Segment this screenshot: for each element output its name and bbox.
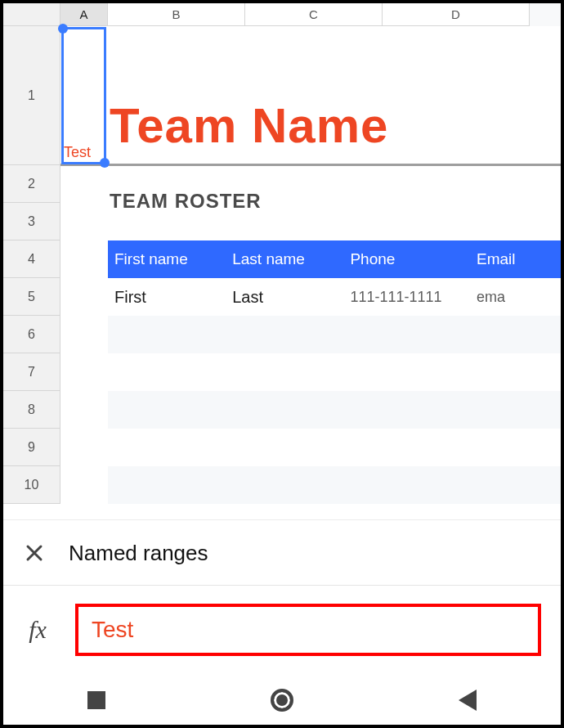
row-9: 9: [3, 429, 561, 466]
col-header-d[interactable]: D: [383, 3, 530, 26]
selected-cell-value: Test: [64, 144, 91, 161]
name-input-row: fx: [3, 599, 561, 661]
panel-title: Named ranges: [69, 541, 208, 566]
table-header-row: First name Last name Phone Email: [108, 240, 561, 278]
row-3: 3: [3, 203, 561, 240]
col-phone: Phone: [350, 250, 477, 268]
cell-first[interactable]: First: [114, 288, 232, 307]
range-name-input[interactable]: [75, 604, 541, 656]
fx-icon: fx: [23, 616, 52, 644]
cell-last[interactable]: Last: [232, 288, 350, 307]
row-header[interactable]: 9: [3, 429, 60, 466]
cell-email[interactable]: ema: [477, 289, 561, 306]
col-email: Email: [477, 250, 561, 268]
row-header[interactable]: 2: [3, 165, 60, 203]
panel-header: Named ranges: [3, 521, 561, 585]
square-icon: [87, 691, 105, 709]
sheet-title: Team Name: [110, 97, 388, 154]
row-header[interactable]: 1: [3, 26, 60, 165]
divider: [3, 585, 561, 586]
table-row[interactable]: [108, 466, 561, 504]
nav-recent-button[interactable]: [64, 691, 129, 709]
row-header[interactable]: 5: [3, 278, 60, 316]
nav-home-button[interactable]: [249, 689, 315, 712]
table-row[interactable]: First Last 111-111-1111 ema: [108, 278, 561, 316]
col-header-b[interactable]: B: [108, 3, 245, 26]
col-last-name: Last name: [232, 250, 350, 268]
circle-icon: [271, 689, 293, 712]
row-header[interactable]: 7: [3, 353, 60, 391]
row-header[interactable]: 4: [3, 240, 60, 278]
named-ranges-panel: Named ranges fx: [3, 520, 561, 676]
row-header[interactable]: 3: [3, 203, 60, 240]
spreadsheet-grid[interactable]: A B C D 1 2 3 4 5 6 7 8 9 10 Team Name T…: [3, 3, 561, 519]
select-all-corner[interactable]: [3, 3, 60, 26]
row-header[interactable]: 10: [3, 466, 60, 504]
section-heading: TEAM ROSTER: [110, 190, 262, 213]
row-7: 7: [3, 353, 561, 391]
triangle-left-icon: [459, 690, 477, 711]
close-icon[interactable]: [23, 543, 46, 563]
col-header-a[interactable]: A: [60, 3, 108, 26]
col-header-c[interactable]: C: [245, 3, 383, 26]
row-2: 2: [3, 165, 561, 203]
cell-phone[interactable]: 111-111-1111: [350, 289, 477, 306]
table-row[interactable]: [108, 391, 561, 429]
table-row[interactable]: [108, 316, 561, 353]
row-header[interactable]: 8: [3, 391, 60, 429]
col-first-name: First name: [114, 250, 232, 268]
android-nav-bar: [3, 676, 561, 725]
nav-back-button[interactable]: [435, 690, 500, 711]
row-header[interactable]: 6: [3, 316, 60, 353]
divider: [60, 164, 561, 166]
column-headers: A B C D: [3, 3, 561, 26]
